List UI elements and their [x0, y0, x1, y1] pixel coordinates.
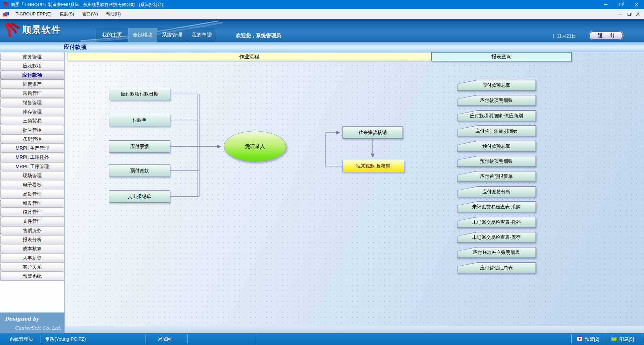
brand-logo: 顺景软件: [4, 22, 61, 38]
app-logo-icon: [3, 2, 8, 7]
sidebar-item-sales[interactable]: 销售管理: [0, 98, 64, 107]
mdi-restore-button[interactable]: [625, 9, 633, 19]
window-title: 顺景『T-GROUP』制造业ERP系统 - 东莞顺景软件科技有限公司 - [系统…: [11, 2, 163, 8]
sidebar-item-rnd[interactable]: 研发管理: [0, 199, 64, 208]
sidebar-item-accounting[interactable]: 账务管理: [0, 53, 64, 61]
status-network: 局域网: [158, 336, 172, 342]
report-button-payable-estimate-summary[interactable]: 应付暂估汇总表: [457, 262, 536, 273]
flow-node-payable-notes[interactable]: 应付票据: [109, 140, 170, 153]
tab-all-modules[interactable]: 全部模块: [128, 28, 157, 42]
report-button-payables-detail-by-supplier[interactable]: 应付款项明细账-供应商别: [457, 110, 536, 121]
status-separator: [571, 335, 572, 343]
status-separator: [256, 335, 256, 343]
report-button-unposted-check-inventory[interactable]: 未记账交易检查表-库存: [457, 232, 536, 243]
report-button-prepayment-general-ledger[interactable]: 预付款项总账: [457, 141, 536, 152]
report-button-payable-account-balance-detail[interactable]: 应付科目余额明细表: [457, 125, 536, 136]
status-separator: [187, 335, 188, 343]
window-titlebar: 顺景『T-GROUP』制造业ERP系统 - 东莞顺景软件科技有限公司 - [系统…: [0, 0, 644, 9]
status-host: 复杂(Young-PC:FZ): [45, 336, 86, 342]
flow-node-account-writeoff[interactable]: 往来账款核销: [342, 126, 403, 139]
date-text: 11月21日: [557, 33, 576, 39]
header-date: | 11月21日: [553, 33, 576, 39]
menu-tgroup-erp[interactable]: T-GROUP ERP(E): [12, 10, 56, 18]
sidebar-item-documents[interactable]: 文件管理: [0, 217, 64, 226]
sidebar-item-payables[interactable]: 应付款项: [0, 71, 64, 80]
sidebar-item-purchasing[interactable]: 采购管理: [0, 89, 64, 98]
menu-window[interactable]: 窗口(W): [78, 10, 102, 18]
minimize-icon: [604, 4, 607, 5]
sidebar-item-crm[interactable]: 客户关系: [0, 263, 64, 272]
sidebar-item-shopfloor[interactable]: 现场管理: [0, 171, 64, 180]
close-icon: [636, 12, 640, 16]
minimize-icon: [619, 14, 622, 14]
flow-node-expense-report[interactable]: 支出报销单: [109, 190, 170, 203]
flow-node-voucher-entry[interactable]: 凭证录入: [224, 131, 286, 162]
sidebar-item-costing[interactable]: 成本核算: [0, 245, 64, 253]
sidebar-item-mrp2-process[interactable]: MRPII 工序管理: [0, 162, 64, 171]
status-user: 系统管理员: [9, 336, 33, 342]
sidebar-item-report-analysis[interactable]: 报表分析: [0, 235, 64, 244]
window-close-button[interactable]: [629, 0, 644, 9]
welcome-text: 欢迎您，系统管理员: [236, 32, 281, 39]
mdi-close-button[interactable]: [633, 9, 642, 19]
status-separator: [146, 335, 146, 343]
report-button-payables-detail-ledger[interactable]: 应付款项明细账: [457, 95, 536, 106]
sidebar-item-lot-control[interactable]: 批号管控: [0, 126, 64, 134]
tab-system-management[interactable]: 系统管理: [157, 28, 187, 42]
restore-icon: [620, 3, 623, 6]
status-separator: [41, 335, 41, 343]
mdi-child-icon: [3, 12, 8, 16]
designed-by-line2: CenterSoft Co.,Ltd.: [15, 325, 61, 331]
window-minimize-button[interactable]: [598, 0, 613, 9]
sidebar-item-mold[interactable]: 模具管理: [0, 208, 64, 217]
app-header: 顺景软件 我的主页 全部模块 系统管理 我的单据 欢迎您，系统管理员 | 11月…: [0, 19, 644, 42]
close-icon: [635, 3, 638, 6]
status-separator: [606, 335, 606, 343]
sidebar-item-alert-system[interactable]: 预警系统: [0, 272, 64, 281]
menu-bar: T-GROUP ERP(E) 皮肤(S) 窗口(W) 帮助(H): [0, 9, 644, 19]
status-messages[interactable]: 消息[9]: [619, 336, 634, 342]
report-button-payable-aging-analysis[interactable]: 应付账龄分析: [457, 186, 536, 197]
menu-help[interactable]: 帮助(H): [102, 10, 125, 18]
menu-skin[interactable]: 皮肤(S): [56, 10, 78, 18]
report-button-unposted-check-purchasing[interactable]: 未记账交易检查表-采购: [457, 201, 536, 212]
status-alerts[interactable]: 预警[2]: [585, 336, 599, 342]
alert-medkit-icon: [577, 337, 582, 341]
page-title-bar: 应付款项: [0, 42, 644, 52]
window-restore-button[interactable]: [613, 0, 629, 9]
page-title: 应付款项: [64, 43, 87, 51]
date-separator: |: [553, 33, 554, 39]
report-button-payables-general-ledger[interactable]: 应付款项总账: [457, 80, 536, 91]
designed-by-line1: Designed by: [5, 316, 39, 322]
exit-button[interactable]: 退 出: [589, 31, 623, 40]
brand-logo-text: 顺景软件: [22, 24, 61, 36]
status-bar: 系统管理员 复杂(Young-PC:FZ) 局域网 预警[2] 消息[9]: [0, 333, 644, 345]
sidebar-item-receivables[interactable]: 应收款项: [0, 62, 64, 70]
report-button-payable-overdue-alert[interactable]: 应付逾期报警单: [457, 171, 536, 182]
message-envelope-icon: [611, 337, 617, 341]
tab-my-documents[interactable]: 我的单据: [187, 28, 216, 42]
report-button-payable-offset-detail[interactable]: 应付账款冲立账明细表: [457, 247, 536, 258]
sidebar-item-mrp2-production[interactable]: MRPII 生产管理: [0, 144, 64, 153]
sidebar-item-fixed-assets[interactable]: 固定资产: [0, 80, 64, 89]
sidebar-item-hr-payroll[interactable]: 人事薪资: [0, 254, 64, 263]
module-sidebar: 账务管理 应收款项 应付款项 固定资产 采购管理 销售管理 库存管理 三角贸易 …: [0, 52, 65, 333]
sidebar-item-inventory[interactable]: 库存管理: [0, 108, 64, 116]
flow-node-account-reverse-writeoff[interactable]: 往来账款-反核销: [342, 160, 404, 172]
sidebar-item-after-sales[interactable]: 售后服务: [0, 226, 64, 235]
flow-node-payable-payment-date[interactable]: 应付款项付款日期: [109, 88, 170, 100]
sidebar-item-triangle-trade[interactable]: 三角贸易: [0, 117, 64, 125]
status-separator: [643, 335, 643, 343]
tab-my-home[interactable]: 我的主页: [96, 28, 128, 42]
brand-logo-icon: [4, 22, 19, 38]
report-button-unposted-check-outsourcing[interactable]: 未记账交易检查表-托外: [457, 217, 536, 228]
sidebar-item-e-kanban[interactable]: 电子看板: [0, 181, 64, 189]
mdi-minimize-button[interactable]: [616, 9, 625, 19]
restore-icon: [628, 13, 631, 16]
flow-node-payment-slip[interactable]: 付款单: [109, 114, 170, 126]
sidebar-item-mrp2-outsourcing[interactable]: MRPII 工序托外: [0, 153, 64, 162]
sidebar-item-barcode-control[interactable]: 条码管控: [0, 135, 64, 144]
flow-node-prepayment[interactable]: 预付账款: [109, 164, 170, 177]
sidebar-item-quality[interactable]: 品质管理: [0, 190, 64, 198]
report-button-prepayment-detail-ledger[interactable]: 预付款项明细账: [457, 156, 536, 167]
